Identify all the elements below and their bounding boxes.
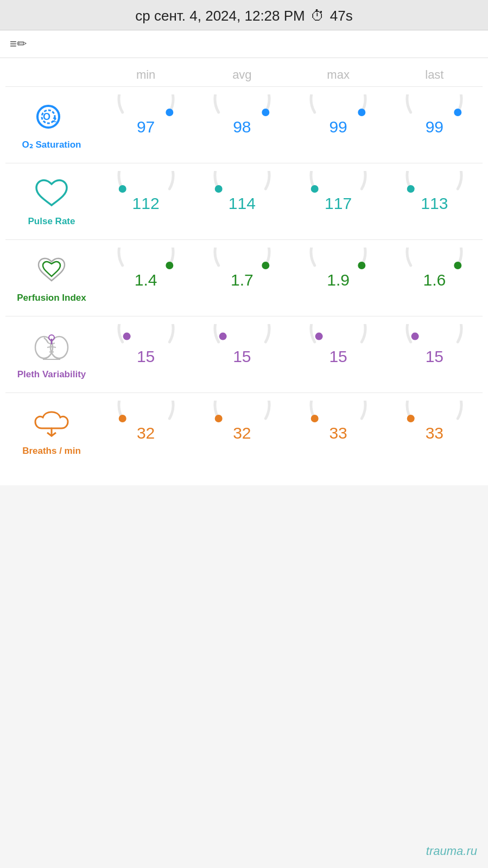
svg-point-12: [166, 262, 173, 269]
gauge-wrapper-o2-0: 97: [111, 94, 181, 154]
svg-point-25: [311, 415, 319, 422]
gauge-cell-perfusion-2: 1.9: [290, 248, 386, 307]
gauge-wrapper-o2-1: 98: [207, 94, 277, 154]
col-header-max: max: [290, 68, 386, 82]
gauge-cell-o2-3: 99: [386, 94, 483, 154]
svg-point-20: [219, 333, 226, 340]
o2-icon: O 2: [32, 98, 71, 137]
metric-label-o2: O 2 O₂ Saturation: [5, 98, 98, 150]
metric-name-o2: O₂ Saturation: [22, 140, 81, 150]
gauge-wrapper-perfusion-1: 1.7: [207, 248, 277, 307]
gauge-value-pleth-1: 15: [233, 347, 251, 366]
svg-point-21: [315, 333, 323, 340]
gauge-value-perfusion-3: 1.6: [423, 271, 446, 289]
svg-point-13: [262, 262, 269, 269]
gauge-cell-pulse-2: 117: [290, 171, 386, 231]
gauge-wrapper-pleth-2: 15: [303, 324, 373, 384]
gauge-value-o2-0: 97: [137, 118, 155, 136]
svg-point-4: [166, 109, 173, 116]
metric-label-pulse: Pulse Rate: [5, 175, 98, 227]
gauge-cell-breaths-3: 33: [386, 401, 483, 460]
gauge-wrapper-breaths-0: 32: [111, 401, 181, 460]
svg-point-23: [118, 415, 126, 422]
svg-point-26: [407, 415, 415, 422]
metric-label-pleth: Pleth Variability: [5, 328, 98, 380]
gauge-wrapper-o2-2: 99: [303, 94, 373, 154]
gauge-value-pleth-3: 15: [426, 347, 443, 366]
header-timer: 47s: [330, 8, 353, 24]
gauge-wrapper-pleth-1: 15: [207, 324, 277, 384]
svg-point-14: [358, 262, 365, 269]
timer-icon: ⏱: [310, 8, 325, 24]
svg-point-6: [358, 109, 365, 116]
gauge-wrapper-pleth-3: 15: [399, 324, 470, 384]
gauge-cell-pulse-1: 114: [194, 171, 290, 231]
gauge-cell-breaths-0: 32: [98, 401, 194, 460]
gauge-value-o2-2: 99: [329, 118, 347, 136]
svg-text:O: O: [43, 111, 50, 122]
gauge-value-pulse-2: 117: [325, 194, 352, 213]
svg-point-9: [215, 185, 223, 193]
gauge-cell-breaths-1: 32: [194, 401, 290, 460]
svg-point-22: [411, 333, 419, 340]
svg-point-7: [454, 109, 462, 116]
metric-name-breaths: Breaths / min: [22, 446, 81, 457]
gauge-wrapper-pulse-1: 114: [207, 171, 277, 231]
gauge-cell-breaths-2: 33: [290, 401, 386, 460]
gauge-wrapper-pleth-0: 15: [111, 324, 181, 384]
metric-name-pleth: Pleth Variability: [17, 369, 86, 380]
metric-name-perfusion: Perfusion Index: [17, 293, 86, 303]
metric-row-pulse: Pulse Rate 112 114 117 113: [5, 168, 483, 234]
gauge-cell-pleth-2: 15: [290, 324, 386, 384]
gauge-value-breaths-2: 33: [329, 424, 347, 442]
metric-label-breaths: Breaths / min: [5, 404, 98, 457]
gauge-value-perfusion-2: 1.9: [327, 271, 350, 289]
metric-row-perfusion: Perfusion Index 1.4 1.7 1.9 1.6: [5, 244, 483, 311]
gauge-value-breaths-3: 33: [426, 424, 443, 442]
metric-label-perfusion: Perfusion Index: [5, 251, 98, 303]
gauge-value-pulse-0: 112: [132, 194, 160, 213]
gauge-value-o2-3: 99: [426, 118, 443, 136]
col-header-last: last: [386, 68, 483, 82]
breaths-icon: [32, 404, 71, 443]
gauge-cell-o2-1: 98: [194, 94, 290, 154]
gauge-cell-pleth-1: 15: [194, 324, 290, 384]
gauge-wrapper-pulse-0: 112: [111, 171, 181, 231]
watermark: trauma.ru: [426, 844, 477, 858]
gauge-value-pleth-2: 15: [329, 347, 347, 366]
svg-point-8: [118, 185, 126, 193]
metric-name-pulse: Pulse Rate: [28, 216, 75, 227]
pleth-icon: [32, 328, 71, 367]
toolbar: ≡✏: [0, 30, 488, 58]
svg-point-10: [311, 185, 319, 193]
metric-row-pleth: Pleth Variability 15 15 15 15: [5, 321, 483, 387]
gauge-value-o2-1: 98: [233, 118, 251, 136]
gauge-cell-pleth-3: 15: [386, 324, 483, 384]
gauge-value-breaths-0: 32: [137, 424, 155, 442]
metric-row-o2: O 2 O₂ Saturation 97 98 99 99: [5, 91, 483, 157]
svg-point-19: [123, 333, 130, 340]
gauge-value-perfusion-1: 1.7: [231, 271, 253, 289]
gauge-wrapper-perfusion-3: 1.6: [399, 248, 470, 307]
gauge-value-pulse-1: 114: [229, 194, 256, 213]
gauge-value-pleth-0: 15: [137, 347, 155, 366]
svg-text:2: 2: [53, 116, 56, 124]
gauge-wrapper-perfusion-2: 1.9: [303, 248, 373, 307]
gauge-wrapper-breaths-2: 33: [303, 401, 373, 460]
gauge-cell-o2-2: 99: [290, 94, 386, 154]
gauge-cell-pulse-3: 113: [386, 171, 483, 231]
gauge-value-pulse-3: 113: [421, 194, 448, 213]
svg-point-15: [454, 262, 462, 269]
gauge-wrapper-pulse-3: 113: [399, 171, 470, 231]
gauge-cell-perfusion-1: 1.7: [194, 248, 290, 307]
gauge-cell-pleth-0: 15: [98, 324, 194, 384]
header-datetime: ср сент. 4, 2024, 12:28 PM: [135, 8, 305, 24]
gauge-wrapper-perfusion-0: 1.4: [111, 248, 181, 307]
col-header-avg: avg: [194, 68, 290, 82]
edit-menu-icon[interactable]: ≡✏: [10, 37, 27, 50]
pulse-icon: [32, 175, 71, 214]
gauge-wrapper-pulse-2: 117: [303, 171, 373, 231]
column-headers: min avg max last: [5, 64, 483, 84]
gauge-wrapper-breaths-1: 32: [207, 401, 277, 460]
metric-row-breaths: Breaths / min 32 32 33 33: [5, 397, 483, 464]
